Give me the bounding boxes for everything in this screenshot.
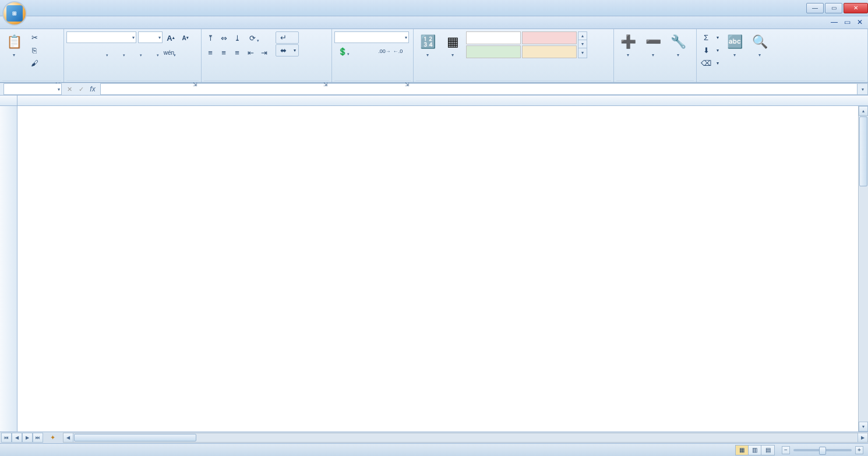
comma-button[interactable] — [365, 45, 377, 58]
new-sheet-button[interactable]: ✦ — [47, 433, 58, 443]
percent-button[interactable] — [351, 45, 364, 58]
sheet-nav-first[interactable]: ⏮ — [1, 433, 12, 443]
conditional-format-button[interactable]: 🔢▾ — [416, 31, 439, 59]
align-top-button[interactable]: ⤒ — [204, 31, 217, 44]
eraser-icon: ⌫ — [701, 59, 711, 68]
grow-font-button[interactable]: A▴ — [164, 31, 177, 44]
group-label-editing — [699, 80, 865, 82]
cut-button[interactable]: ✂ — [27, 31, 44, 44]
fill-down-icon: ⬇ — [701, 46, 711, 55]
shrink-font-button[interactable]: A▾ — [179, 31, 192, 44]
delete-cells-button[interactable]: ➖▾ — [641, 31, 665, 59]
brush-icon: 🖌 — [30, 59, 39, 68]
minimize-ribbon-icon[interactable]: — — [830, 17, 839, 27]
font-launcher[interactable]: ⇲ — [193, 82, 197, 87]
scroll-up-button[interactable]: ▴ — [859, 106, 868, 116]
fill-button[interactable]: ⬇▾ — [699, 44, 721, 56]
border-button[interactable] — [110, 46, 126, 59]
sheet-nav-next[interactable]: ▶ — [22, 433, 33, 443]
font-size-combo[interactable]: ▾ — [138, 31, 163, 43]
close-button[interactable]: ✕ — [844, 3, 868, 13]
align-bottom-button[interactable]: ⤓ — [231, 31, 244, 44]
formula-expand-icon[interactable]: ▾ — [858, 83, 868, 95]
format-painter-button[interactable]: 🖌 — [27, 57, 44, 69]
style-normal[interactable] — [466, 31, 521, 44]
find-icon: 🔍 — [750, 33, 769, 51]
merge-center-button[interactable]: ⬌▾ — [276, 44, 299, 56]
currency-button[interactable]: 💲 — [334, 45, 351, 58]
status-bar: ▦ ▥ ▤ − + — [0, 443, 868, 456]
page-layout-view-button[interactable]: ▥ — [749, 446, 761, 455]
align-center-button[interactable]: ≡ — [217, 46, 230, 59]
zoom-slider[interactable] — [793, 449, 852, 451]
fx-icon[interactable]: fx — [87, 85, 98, 93]
copy-button[interactable]: ⎘ — [27, 44, 44, 56]
sort-filter-button[interactable]: 🔤▾ — [723, 31, 746, 59]
cell-styles-gallery[interactable] — [466, 31, 577, 58]
select-all-corner[interactable] — [0, 96, 17, 105]
close-workbook-icon[interactable]: ✕ — [855, 17, 865, 27]
autosum-button[interactable]: Σ▾ — [699, 31, 721, 44]
scroll-right-button[interactable]: ▶ — [858, 433, 867, 442]
number-launcher[interactable]: ⇲ — [405, 82, 410, 87]
sheet-nav-last[interactable]: ⏭ — [33, 433, 43, 443]
insert-cells-button[interactable]: ➕▾ — [616, 31, 640, 59]
sort-icon: 🔤 — [725, 33, 744, 51]
style-neutral[interactable] — [522, 45, 577, 58]
orientation-button[interactable]: ⟳ — [244, 31, 260, 44]
clear-button[interactable]: ⌫▾ — [699, 57, 721, 69]
sheet-tab-bar: ⏮ ◀ ▶ ⏭ ✦ ◀ ▶ — [0, 432, 868, 443]
decrease-decimal-button[interactable]: ←.0 — [391, 45, 404, 58]
formula-input[interactable] — [100, 83, 858, 95]
cells-area[interactable] — [17, 106, 868, 432]
redo-icon[interactable] — [58, 2, 70, 14]
hscroll-thumb[interactable] — [74, 434, 196, 441]
sheet-nav-prev[interactable]: ◀ — [12, 433, 22, 443]
number-format-combo[interactable]: ▾ — [334, 31, 409, 43]
vertical-scrollbar[interactable]: ▴ ▾ — [858, 106, 868, 432]
scroll-down-button[interactable]: ▾ — [859, 422, 868, 432]
normal-view-button[interactable]: ▦ — [736, 446, 749, 455]
align-right-button[interactable]: ≡ — [231, 46, 244, 59]
restore-workbook-icon[interactable]: ▭ — [842, 17, 852, 27]
underline-button[interactable] — [93, 46, 110, 59]
align-left-button[interactable]: ≡ — [204, 46, 217, 59]
office-button[interactable]: ⊞ — [2, 1, 27, 26]
decrease-indent-button[interactable]: ⇤ — [244, 46, 257, 59]
help-icon[interactable] — [817, 17, 826, 27]
cancel-formula-icon[interactable]: ✕ — [64, 86, 75, 93]
format-cells-button[interactable]: 🔧▾ — [666, 31, 690, 59]
maximize-button[interactable]: ▭ — [825, 3, 842, 13]
qat-more-icon[interactable] — [72, 2, 84, 14]
fill-color-button[interactable] — [127, 46, 143, 59]
font-color-button[interactable] — [144, 46, 160, 59]
group-number: ▾ 💲 .00→ ←.0 ⇲ — [332, 29, 414, 82]
format-as-table-button[interactable]: ▦▾ — [441, 31, 464, 59]
bold-button[interactable] — [66, 46, 79, 59]
minimize-button[interactable]: — — [806, 3, 824, 13]
style-bad[interactable] — [522, 31, 577, 44]
scroll-left-button[interactable]: ◀ — [63, 433, 73, 442]
phonetic-button[interactable]: wén — [161, 46, 177, 59]
style-gallery-scroll[interactable]: ▴▾▾ — [578, 31, 587, 58]
copy-icon: ⎘ — [30, 46, 39, 55]
vscroll-thumb[interactable] — [859, 116, 867, 186]
wrap-text-button[interactable]: ↵ — [276, 31, 299, 44]
alignment-launcher[interactable]: ⇲ — [323, 82, 328, 87]
page-break-view-button[interactable]: ▤ — [761, 446, 774, 455]
undo-icon[interactable] — [44, 2, 56, 14]
increase-indent-button[interactable]: ⇥ — [257, 46, 270, 59]
font-name-combo[interactable]: ▾ — [66, 31, 136, 43]
paste-button[interactable]: 📋 ▾ — [2, 31, 26, 59]
name-box[interactable]: ▾ — [3, 83, 62, 95]
accept-formula-icon[interactable]: ✓ — [76, 86, 86, 93]
italic-button[interactable] — [80, 46, 93, 59]
increase-decimal-button[interactable]: .00→ — [378, 45, 391, 58]
zoom-out-button[interactable]: − — [782, 446, 790, 454]
save-icon[interactable] — [30, 2, 42, 14]
zoom-in-button[interactable]: + — [855, 446, 863, 454]
horizontal-scrollbar[interactable]: ◀ ▶ — [63, 433, 868, 443]
find-select-button[interactable]: 🔍▾ — [748, 31, 771, 59]
style-good[interactable] — [466, 45, 521, 58]
align-middle-button[interactable]: ⇔ — [217, 31, 230, 44]
